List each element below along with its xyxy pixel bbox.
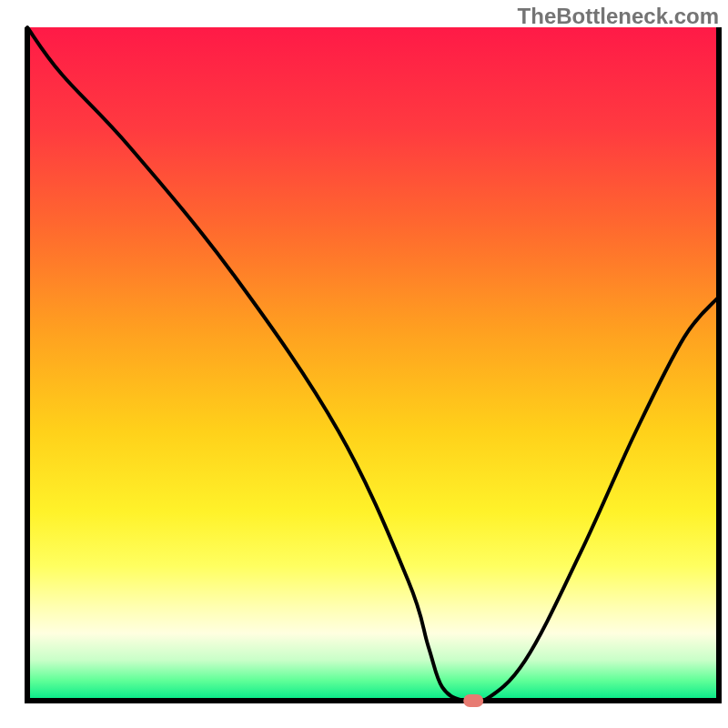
optimal-marker (463, 694, 483, 707)
gradient-background (27, 27, 719, 701)
chart-frame: TheBottleneck.com (0, 0, 728, 728)
watermark-text: TheBottleneck.com (518, 4, 719, 29)
bottleneck-chart-svg (0, 0, 728, 728)
